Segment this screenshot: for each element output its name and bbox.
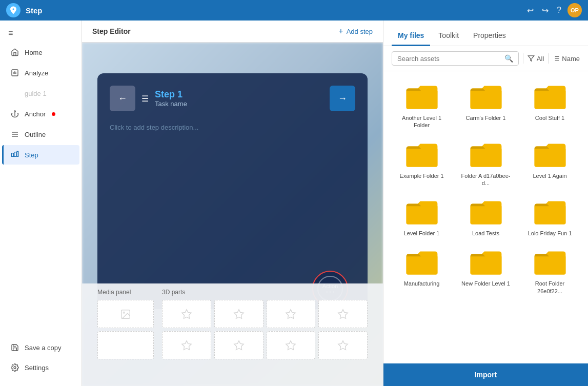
bottom-panels: Media panel 3D parts	[82, 283, 383, 386]
step-prev-button[interactable]: ←	[110, 86, 135, 111]
step-description[interactable]: Click to add step description...	[110, 124, 355, 131]
right-panel-toolbar: 🔍 All Name	[383, 46, 588, 71]
part-cell-3[interactable]	[267, 300, 316, 328]
tab-toolkit[interactable]: Toolkit	[432, 26, 465, 46]
folder-label: Root Folder 26e0f22...	[522, 280, 578, 295]
media-cell-1[interactable]	[97, 300, 154, 328]
step-card-header: ← ☰ Step 1 Task name →	[110, 86, 355, 111]
folder-icon	[470, 84, 502, 111]
hamburger-menu[interactable]: ≡	[0, 25, 82, 42]
search-icon: 🔍	[504, 54, 513, 63]
home-icon	[10, 48, 19, 57]
folder-icon	[405, 84, 438, 111]
sidebar-item-outline[interactable]: Outline	[2, 125, 79, 144]
settings-icon	[10, 363, 19, 372]
add-step-button[interactable]: + Add step	[338, 27, 373, 36]
svg-rect-10	[14, 152, 16, 157]
search-input[interactable]	[397, 55, 501, 63]
sidebar-item-save[interactable]: Save a copy	[2, 338, 79, 357]
folder-label: Lolo Friday Fun 1	[528, 230, 572, 237]
folder-icon	[534, 141, 566, 169]
topbar: Step ↩ ↪ ? OP	[0, 0, 588, 21]
folder-icon	[534, 84, 566, 111]
part-cell-7[interactable]	[267, 331, 316, 359]
sidebar-label-settings: Settings	[25, 364, 49, 372]
folder-item[interactable]: Level Folder 1	[392, 195, 452, 241]
sidebar-label-home: Home	[25, 49, 43, 56]
sidebar-label-save: Save a copy	[25, 344, 62, 352]
folder-item[interactable]: Root Folder 26e0f22...	[520, 245, 580, 299]
media-cell-2[interactable]	[97, 331, 154, 359]
search-box: 🔍	[392, 51, 519, 66]
svg-point-14	[123, 312, 125, 313]
analyze-icon	[10, 68, 19, 77]
tab-properties[interactable]: Properties	[467, 26, 512, 46]
folder-item[interactable]: Manufacturing	[392, 245, 452, 299]
tab-my-files[interactable]: My files	[392, 26, 430, 46]
folder-label: Another Level 1 Folder	[394, 114, 450, 129]
sidebar-label-outline: Outline	[25, 131, 46, 138]
part-cell-5[interactable]	[162, 331, 211, 359]
svg-point-4	[14, 111, 16, 112]
step-number: Step 1	[155, 89, 323, 100]
plus-icon: +	[338, 27, 343, 36]
svg-rect-11	[17, 151, 18, 156]
topbar-actions: ↩ ↪ ? OP	[525, 3, 582, 17]
sidebar-item-settings[interactable]: Settings	[2, 358, 79, 377]
media-panel: Media panel	[97, 289, 154, 381]
step-editor-panel: Step Editor + Add step ← ☰ Step 1 Task n…	[82, 21, 383, 386]
folder-label: Manufacturing	[404, 280, 440, 287]
sidebar-label-analyze: Analyze	[25, 69, 48, 77]
folder-item[interactable]: Lolo Friday Fun 1	[520, 195, 580, 241]
sort-button[interactable]: Name	[553, 55, 580, 63]
folder-item[interactable]: Cool Stuff 1	[520, 79, 580, 133]
part-cell-2[interactable]	[214, 300, 263, 328]
step-next-button[interactable]: →	[330, 86, 355, 111]
files-grid: Another Level 1 Folder Carm's Folder 1 C…	[383, 71, 588, 363]
main-layout: ≡ Home Analyze guide 1 Anchor	[0, 21, 588, 386]
sidebar-label-anchor: Anchor	[25, 110, 46, 118]
part-cell-4[interactable]	[318, 300, 368, 328]
filter-separator	[523, 53, 523, 64]
folder-label: Load Tests	[472, 230, 499, 237]
folder-icon	[470, 141, 502, 169]
right-panel: My files Toolkit Properties 🔍 All Name	[383, 21, 588, 386]
folder-item[interactable]: Example Folder 1	[392, 137, 452, 191]
folder-icon	[534, 249, 566, 277]
media-panel-title: Media panel	[97, 289, 154, 296]
part-cell-1[interactable]	[162, 300, 211, 328]
filter-button[interactable]: All	[528, 55, 544, 63]
folder-icon	[534, 199, 566, 227]
folder-item[interactable]: Level 1 Again	[520, 137, 580, 191]
sort-label: Name	[562, 55, 580, 63]
content-area: Step Editor + Add step ← ☰ Step 1 Task n…	[82, 21, 588, 386]
undo-button[interactable]: ↩	[525, 4, 536, 17]
svg-rect-9	[11, 153, 13, 157]
folder-label: Carm's Folder 1	[466, 114, 506, 121]
sidebar-item-anchor[interactable]: Anchor	[2, 104, 79, 124]
redo-button[interactable]: ↪	[540, 4, 551, 17]
svg-marker-15	[528, 56, 534, 62]
anchor-dot	[52, 112, 55, 116]
import-button[interactable]: Import	[383, 363, 588, 386]
sidebar-item-analyze[interactable]: Analyze	[2, 63, 79, 83]
help-button[interactable]: ?	[555, 4, 563, 17]
folder-item[interactable]: Load Tests	[456, 195, 516, 241]
step-icon	[10, 150, 19, 159]
outline-icon	[10, 130, 19, 139]
filter-label: All	[537, 55, 544, 63]
folder-item[interactable]: Carm's Folder 1	[456, 79, 516, 133]
sort-separator	[548, 53, 549, 64]
right-panel-tabs: My files Toolkit Properties	[383, 21, 588, 46]
add-step-label: Add step	[347, 28, 373, 35]
part-cell-6[interactable]	[214, 331, 263, 359]
folder-label: Level 1 Again	[533, 172, 566, 179]
part-cell-8[interactable]	[318, 331, 368, 359]
folder-icon	[470, 199, 502, 227]
folder-item[interactable]: Another Level 1 Folder	[392, 79, 452, 133]
save-icon	[10, 343, 19, 352]
folder-item[interactable]: New Folder Level 1	[456, 245, 516, 299]
sidebar-item-step[interactable]: Step	[2, 145, 79, 165]
sidebar-item-home[interactable]: Home	[2, 43, 79, 62]
folder-item[interactable]: Folder A d17a0bee-d...	[456, 137, 516, 191]
